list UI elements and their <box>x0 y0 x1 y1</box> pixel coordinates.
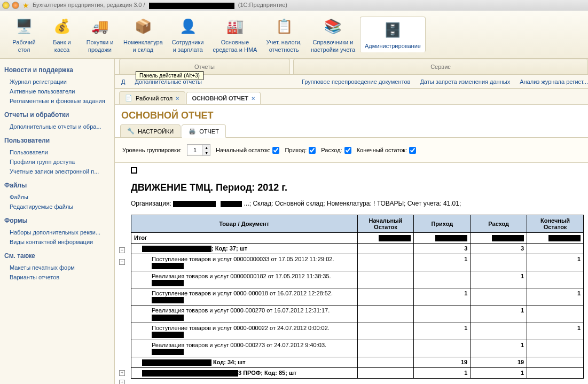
section-link[interactable]: Анализ журнала регист... <box>520 79 588 85</box>
cell <box>357 288 414 305</box>
report-subtabs: 🔧НАСТРОЙКИ🖨️ОТЧЕТ <box>115 124 588 138</box>
report-table: Товар / Документ Начальный Остаток Прихо… <box>131 215 584 379</box>
section-tab-service[interactable]: Сервис <box>293 59 588 74</box>
sidebar-link[interactable]: Активные пользователи <box>4 87 110 96</box>
table-row[interactable]: 3 ПРОФ; Код: 85; шт11 <box>131 367 584 378</box>
subtab-label: ОТЧЕТ <box>199 128 219 135</box>
cell <box>471 288 527 305</box>
tree-collapse-icon[interactable]: − <box>119 259 125 265</box>
cell <box>357 340 414 357</box>
table-row[interactable]: Реализация товаров и услуг 0000-000273 о… <box>131 340 584 357</box>
table-row[interactable]: Реализация товаров и услуг 0000-000270 о… <box>131 305 584 323</box>
toolbar-item[interactable]: 👤Сотрудникии зарплата <box>168 13 208 55</box>
sidebar-link[interactable]: Дополнительные отчеты и обра... <box>4 122 110 131</box>
toolbar-label: Сотрудникии зарплата <box>172 39 204 53</box>
toolbar-icon: 📋 <box>273 15 295 37</box>
toolbar-item[interactable]: 🗄️Администрирование <box>360 17 426 52</box>
window-close-icon[interactable] <box>12 2 19 9</box>
cell: 3 <box>471 244 527 254</box>
sidebar-heading: Новости и поддержка <box>4 66 110 74</box>
spinner-down-icon[interactable]: ▼ <box>202 150 210 155</box>
cell: 1 <box>471 305 527 323</box>
document-tab[interactable]: ОСНОВНОЙ ОТЧЕТ× <box>186 92 261 104</box>
col-header: Начальный Остаток <box>357 215 414 233</box>
tab-close-icon[interactable]: × <box>252 95 255 101</box>
favorite-star-icon[interactable]: ★ <box>22 1 29 10</box>
opt-income[interactable]: Приход: <box>285 147 316 154</box>
cell <box>527 271 584 288</box>
toolbar-item[interactable]: 📋Учет, налоги,отчетность <box>262 13 305 55</box>
toolbar-item[interactable]: 📚Справочники инастройки учета <box>307 13 359 55</box>
sidebar-link[interactable]: Макеты печатных форм <box>4 263 110 272</box>
sidebar-link[interactable]: Профили групп доступа <box>4 157 110 167</box>
cell: Поступление товаров и услуг 00000000033 … <box>131 254 358 271</box>
section-link[interactable]: Даты запрета изменения данных <box>420 79 510 85</box>
group-level-spinner[interactable]: ▲ ▼ <box>187 144 210 156</box>
window-minimize-icon[interactable] <box>2 2 10 9</box>
window-title: Бухгалтерия предприятия, редакция 3.0 / … <box>33 2 287 9</box>
tree-expand-icon[interactable]: + <box>119 380 125 384</box>
toolbar-item[interactable]: 🚚Покупки ипродажи <box>81 13 119 55</box>
spinner-up-icon[interactable]: ▲ <box>202 145 210 150</box>
sidebar-link[interactable]: Учетные записи электронной п... <box>4 167 110 176</box>
sidebar-heading: См. также <box>4 252 110 260</box>
sidebar-link[interactable]: Файлы <box>4 192 110 202</box>
opt-final-balance[interactable]: Конечный остаток: <box>357 147 417 154</box>
toolbar-item[interactable]: 🏭Основныесредства и НМА <box>208 13 261 55</box>
cell <box>357 254 414 271</box>
cell: 1 <box>471 367 527 378</box>
toolbar-item[interactable]: 📦Номенклатураи склад <box>119 13 167 55</box>
toolbar-item[interactable]: 🖥️Рабочийстол <box>5 13 43 55</box>
sidebar-heading: Отчеты и обработки <box>4 111 110 119</box>
sidebar-link[interactable]: Регламентные и фоновые задания <box>4 96 110 106</box>
toolbar-item[interactable]: 💰Банк икасса <box>43 13 81 55</box>
cell <box>414 271 471 288</box>
table-row[interactable]: Реализация товаров и услуг 00000000182 о… <box>131 271 584 288</box>
group-level-input[interactable] <box>187 146 202 154</box>
toolbar-icon: 📦 <box>132 15 154 37</box>
cell: 3 ПРОФ; Код: 85; шт <box>131 367 358 378</box>
sidebar-link[interactable]: Виды контактной информации <box>4 237 110 247</box>
corner-checkbox[interactable] <box>131 167 137 174</box>
report-subtab[interactable]: 🖨️ОТЧЕТ <box>182 124 226 138</box>
table-row[interactable]: Итог <box>131 233 584 244</box>
document-tab[interactable]: 📄Рабочий стол× <box>119 91 185 104</box>
table-row[interactable]: Код: 34; шт1919 <box>131 357 584 367</box>
section-link[interactable]: Д <box>121 79 125 85</box>
sidebar-link[interactable]: Редактируемые файлы <box>4 202 110 211</box>
cell <box>357 244 414 254</box>
sidebar-link[interactable]: Журнал регистрации <box>4 77 110 87</box>
cell <box>357 233 414 244</box>
sidebar-link[interactable]: Варианты отчетов <box>4 272 110 282</box>
report-body[interactable]: ДВИЖЕНИЕ ТМЦ. Период: 2012 г. Организаци… <box>115 162 588 384</box>
cell: 1 <box>527 323 584 340</box>
toolbar-label: Справочники инастройки учета <box>311 39 355 53</box>
tab-close-icon[interactable]: × <box>176 95 179 101</box>
report-panel: ОСНОВНОЙ ОТЧЕТ 🔧НАСТРОЙКИ🖨️ОТЧЕТ Уровень… <box>115 105 588 384</box>
tree-expand-icon[interactable]: + <box>119 370 125 376</box>
cell <box>471 254 527 271</box>
table-row[interactable]: Поступление товаров и услуг 0000-000022 … <box>131 323 584 340</box>
sidebar-link[interactable]: Наборы дополнительных рекви... <box>4 228 110 237</box>
table-row[interactable]: ; Код: 37; шт33 <box>131 244 584 254</box>
cell <box>527 357 584 367</box>
toolbar-label: Банк икасса <box>53 39 70 53</box>
cell <box>414 305 471 323</box>
toolbar-icon: 🗄️ <box>382 19 403 41</box>
section-tab-reports[interactable]: Отчеты Панель действий (Alt+3) <box>119 59 290 74</box>
group-level-label: Уровень группировки: <box>122 147 182 153</box>
cell: Поступление товаров и услуг 0000-000018 … <box>131 288 358 305</box>
table-row[interactable]: Поступление товаров и услуг 00000000033 … <box>131 254 584 271</box>
table-row[interactable]: Поступление товаров и услуг 0000-000018 … <box>131 288 584 305</box>
section-tabs: Отчеты Панель действий (Alt+3) Сервис <box>115 59 588 75</box>
cell <box>357 323 414 340</box>
toolbar-label: Номенклатураи склад <box>123 39 163 53</box>
section-link[interactable]: Групповое перепроведение документов <box>302 79 410 85</box>
cell <box>357 367 414 378</box>
report-subtab[interactable]: 🔧НАСТРОЙКИ <box>120 124 181 137</box>
sidebar-link[interactable]: Пользователи <box>4 147 110 157</box>
opt-initial-balance[interactable]: Начальный остаток: <box>216 147 279 154</box>
cell <box>527 305 584 323</box>
tree-collapse-icon[interactable]: − <box>119 247 125 253</box>
opt-expense[interactable]: Расход: <box>321 147 351 154</box>
